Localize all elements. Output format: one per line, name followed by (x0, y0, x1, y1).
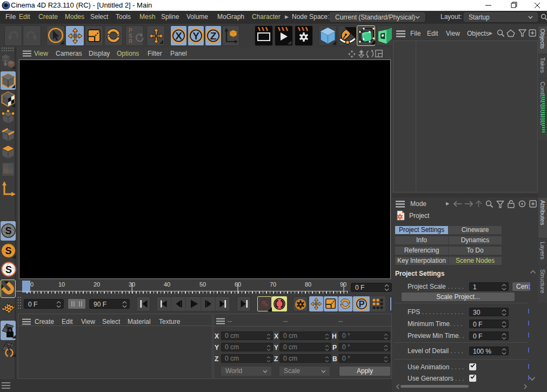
svg-text:S: S (5, 245, 11, 256)
svg-text:Z: Z (210, 30, 217, 42)
svg-text:P: P (359, 300, 365, 309)
svg-text:Y: Y (192, 30, 199, 42)
svg-text:X: X (175, 30, 182, 42)
svg-text:S: S (5, 264, 12, 275)
svg-text:S: S (5, 225, 11, 236)
